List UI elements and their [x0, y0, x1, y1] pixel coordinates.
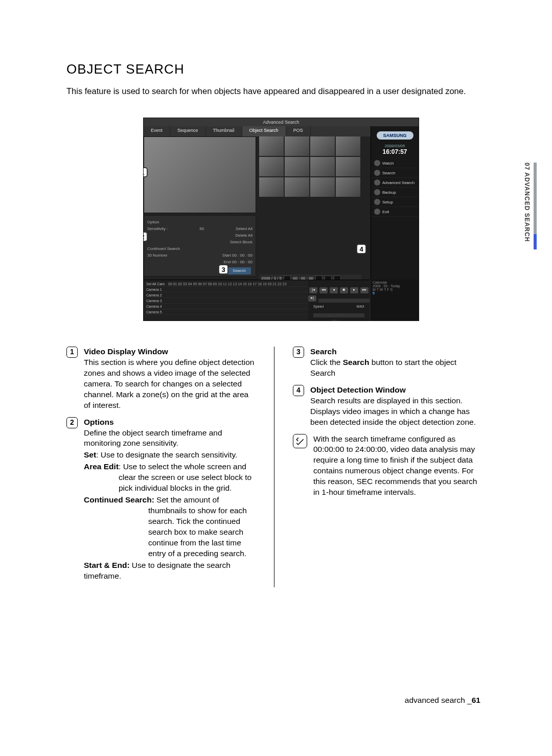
legend-badge-1: 1 [66, 347, 78, 358]
forward-icon[interactable]: ▸▸ [360, 287, 369, 293]
callout-2: 2 [143, 232, 148, 242]
legend-title-4: Object Detection Window [310, 385, 406, 394]
calendar-year[interactable]: 2008 [373, 284, 381, 288]
search-icon [374, 170, 380, 176]
legend-title-3: Search [310, 347, 337, 356]
power-icon [374, 209, 380, 215]
playback-controls: |◂ ◂◂ ◂ ■ ▸ ▸▸ ▸| Speed MAX Volume [308, 280, 370, 320]
window-title: Advanced Search [144, 118, 419, 126]
calendar-panel: Calendar 2008 : 03 : Today M T W T F S 5 [371, 280, 419, 320]
callout-3: 3 [218, 264, 228, 274]
tab-thumbnail[interactable]: Thumbnail [206, 126, 242, 136]
option-title: Option [147, 220, 252, 224]
video-display-window [144, 136, 256, 213]
backup-icon [374, 189, 380, 195]
skip-end-icon[interactable]: ▸| [308, 295, 316, 302]
calendar-month[interactable]: 03 [383, 284, 387, 288]
exit-button[interactable]: Exit [371, 207, 419, 217]
skip-start-icon[interactable]: |◂ [309, 287, 317, 293]
callout-4: 4 [356, 244, 366, 254]
start-time-field[interactable]: 00 : 00 : 00 [232, 253, 252, 258]
delete-all-button[interactable]: Delete All [235, 233, 252, 238]
callout-1: 1 [143, 167, 148, 177]
start-label: Start [222, 253, 231, 258]
tab-sequence[interactable]: Sequence [170, 126, 206, 136]
select-all-cam-button[interactable]: Sel All Cam [145, 282, 168, 286]
advanced-icon [374, 179, 380, 186]
side-tab: 07 ADVANCED SEARCH [516, 163, 537, 249]
camera-row[interactable]: Camera 2 [145, 293, 168, 297]
speed-max: MAX [357, 305, 364, 308]
page-footer: advanced search _61 [405, 696, 480, 705]
tab-object-search[interactable]: Object Search [242, 126, 286, 136]
brand-logo: SAMSUNG [377, 131, 413, 140]
select-block-button[interactable]: Select Block [230, 240, 252, 244]
search-button[interactable]: Search [227, 267, 251, 274]
calendar-dow: M T W T F S [373, 288, 417, 291]
watch-button[interactable]: Watch [371, 158, 419, 168]
stop-icon[interactable]: ■ [340, 287, 348, 293]
legend-title-2: Options [84, 418, 114, 426]
legend: 1 Video Display Window This section is w… [66, 347, 496, 587]
sensitivity-label: Sensitivity : [147, 226, 168, 231]
calendar-highlight-day[interactable]: 5 [373, 291, 417, 295]
search-nav-button[interactable]: Search [371, 168, 419, 178]
camera-row[interactable]: Camera 5 [145, 310, 168, 314]
note-icon [293, 434, 307, 448]
legend-body-2: Define the object search timeframe and m… [84, 428, 222, 448]
gear-icon [374, 199, 380, 205]
advanced-search-button[interactable]: Advanced Search [371, 178, 419, 188]
legend-body-1: This section is where you define object … [84, 358, 254, 409]
legend-item-1: 1 Video Display Window This section is w… [66, 347, 256, 411]
speed-label: Speed [313, 305, 324, 308]
legend-body-4: Search results are displayed in this sec… [310, 396, 476, 426]
legend-badge-3: 3 [293, 347, 304, 358]
camera-row[interactable]: Camera 3 [145, 299, 168, 303]
speed-slider[interactable] [318, 299, 370, 303]
volume-label: Volume [333, 319, 344, 321]
end-label: End [224, 260, 231, 264]
end-time-field[interactable]: 00 : 00 : 00 [232, 260, 252, 264]
column-divider [274, 347, 274, 587]
legend-badge-2: 2 [66, 417, 78, 428]
volume-slider[interactable] [313, 313, 364, 317]
rewind-icon[interactable]: ◂◂ [319, 287, 328, 293]
sensitivity-value: 50 [199, 226, 204, 231]
tab-event[interactable]: Event [144, 126, 170, 136]
number-value: 30 Number [147, 253, 168, 258]
watch-icon [374, 160, 380, 166]
calendar-today-button[interactable]: Today [390, 284, 400, 288]
camera-row[interactable]: Camera 1 [145, 288, 168, 291]
play-left-icon[interactable]: ◂ [330, 287, 338, 293]
legend-item-2: 2 Options Define the object search timef… [66, 417, 256, 582]
legend-title-1: Video Display Window [84, 347, 168, 356]
select-all-button[interactable]: Select All [236, 226, 252, 231]
section-intro: This feature is used to search for when … [66, 85, 496, 97]
tab-pos[interactable]: POS [286, 126, 311, 136]
legend-note-body: With the search timeframe configured as … [313, 434, 477, 497]
side-tab-label: 07 ADVANCED SEARCH [523, 163, 531, 242]
object-detection-window [259, 136, 361, 198]
legend-item-4: 4 Object Detection Window Search results… [293, 385, 482, 428]
backup-button[interactable]: Backup [371, 188, 419, 197]
right-date: 2008/03/05 [371, 144, 419, 148]
legend-item-3: 3 Search Click the Search button to star… [293, 347, 482, 379]
timeline-hours: 00 01 02 03 04 05 06 07 08 09 10 11 12 1… [168, 282, 287, 286]
right-time: 16:07:57 [371, 148, 419, 155]
camera-row[interactable]: Camera 4 [145, 305, 168, 308]
play-right-icon[interactable]: ▸ [350, 287, 358, 293]
setup-button[interactable]: Setup [371, 197, 419, 207]
page-title: OBJECT SEARCH [66, 61, 496, 77]
legend-badge-4: 4 [293, 385, 304, 396]
calendar-title: Calendar [373, 281, 417, 284]
continued-search-checkbox[interactable]: Continued Search [147, 246, 180, 251]
legend-note: With the search timeframe configured as … [293, 434, 482, 498]
screenshot-mock: Advanced Search Event Sequence Thumbnail… [143, 118, 419, 321]
